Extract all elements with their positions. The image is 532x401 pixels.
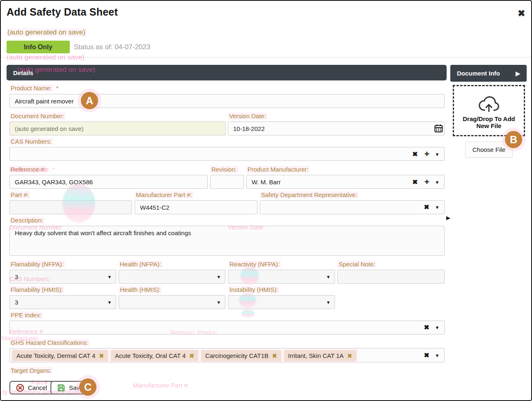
document-info-button[interactable]: Document Info ▶ <box>450 65 527 82</box>
reactivity-nfpa-select[interactable]: ▾ <box>228 270 335 284</box>
clear-icon[interactable]: ✖ <box>424 352 429 359</box>
cancel-label: Cancel <box>28 384 47 391</box>
ghost-blob <box>241 309 255 318</box>
ghost-text: Manufacturer Part #: <box>133 382 189 389</box>
ghs-tag-label: Irritant, Skin CAT 1A <box>288 352 344 359</box>
details-section-bar[interactable]: Details <box>7 65 447 80</box>
revision-label: Revision: <box>210 166 238 173</box>
description-textarea[interactable]: Heavy duty solvent that won't affect air… <box>9 226 445 256</box>
auto-generated-note: (auto generated on save) <box>7 28 86 37</box>
flamability-nfpa-label: Flamability (NFPA): <box>9 261 65 268</box>
health-nfpa-select[interactable]: ▾ <box>119 270 225 284</box>
status-label: Status as of: <box>74 43 113 51</box>
annotation-badge-a: A <box>81 92 98 109</box>
ghs-tag: Acute Toxicity, Dermal CAT 4 ✖ <box>12 350 108 361</box>
remove-tag-icon[interactable]: ✖ <box>99 353 104 359</box>
special-note-label: Special Note: <box>337 261 376 268</box>
ppe-index-label: PPE Index: <box>9 312 43 319</box>
clear-icon[interactable]: ✖ <box>412 179 417 185</box>
chevron-down-icon: ▾ <box>217 274 220 280</box>
ghs-tag-label: Carcinogenicity CAT1B <box>205 352 268 359</box>
flamability-hmis-select[interactable]: 3 ▾ <box>9 295 116 309</box>
document-number-input[interactable] <box>9 121 226 135</box>
remove-tag-icon[interactable]: ✖ <box>272 353 277 359</box>
document-number-label: Document Number: <box>9 112 65 119</box>
flamability-hmis-value: 3 <box>15 299 18 306</box>
cas-numbers-label: CAS Numbers: <box>9 138 53 145</box>
details-tab-label: Details <box>13 69 33 76</box>
chevron-down-icon: ▾ <box>108 274 111 280</box>
cancel-circle-x-icon <box>16 384 24 392</box>
chevron-down-icon[interactable]: ▾ <box>436 205 438 210</box>
chevron-down-icon[interactable]: ▾ <box>436 151 438 156</box>
health-nfpa-label: Health (NFPA): <box>119 261 163 268</box>
product-name-label: Product Name: <box>9 85 53 92</box>
version-date-input[interactable] <box>228 121 445 135</box>
part-number-input[interactable] <box>9 200 132 214</box>
special-note-input[interactable] <box>337 270 445 284</box>
cancel-button[interactable]: Cancel <box>9 381 54 394</box>
manufacturer-part-input[interactable] <box>135 200 257 214</box>
header-divider <box>1 57 531 57</box>
document-info-label: Document Info <box>457 70 500 77</box>
product-name-input[interactable] <box>9 94 445 108</box>
safety-rep-multiselect[interactable]: ✖ ▾ <box>260 200 445 214</box>
chevron-down-icon: ▾ <box>108 299 111 305</box>
add-icon[interactable]: + <box>424 149 429 158</box>
part-number-label: Part #: <box>9 191 30 198</box>
flamability-hmis-label: Flamability (HMIS): <box>9 286 64 293</box>
version-date-label: Version Date: <box>228 112 267 119</box>
cas-numbers-multiselect[interactable]: ✖ + ▾ <box>9 147 445 161</box>
calendar-icon[interactable] <box>434 124 443 133</box>
remove-tag-icon[interactable]: ✖ <box>189 353 194 359</box>
product-manufacturer-multiselect[interactable]: W. M. Barr ✖ + ▾ <box>246 175 445 189</box>
description-label: Description: <box>9 217 44 224</box>
safety-rep-label: Safety Department Representative: <box>260 191 358 198</box>
ghs-tag: Acute Toxicity, Oral CAT 4 ✖ <box>111 350 198 361</box>
reference-input[interactable] <box>9 175 208 189</box>
status-date: 04-07-2023 <box>115 43 150 51</box>
chevron-down-icon[interactable]: ▾ <box>436 353 438 358</box>
clear-icon[interactable]: ✖ <box>424 324 429 331</box>
remove-tag-icon[interactable]: ✖ <box>347 353 352 359</box>
close-icon[interactable]: ✖ <box>518 8 525 19</box>
product-manufacturer-label: Product Manufacturer: <box>246 166 310 173</box>
required-asterisk: * <box>55 85 60 92</box>
chevron-down-icon[interactable]: ▾ <box>436 325 438 330</box>
cloud-upload-icon <box>476 94 502 114</box>
ghost-text: (auto generated on save) <box>7 53 85 62</box>
status-as-of: Status as of: 04-07-2023 <box>74 43 150 51</box>
panel-arrow-icon: ▶ <box>516 70 520 77</box>
chevron-down-icon: ▾ <box>217 299 220 305</box>
ghs-multiselect[interactable]: Acute Toxicity, Dermal CAT 4 ✖ Acute Tox… <box>9 348 445 362</box>
ghs-tag: Irritant, Skin CAT 1A ✖ <box>284 350 356 361</box>
revision-input[interactable] <box>210 175 244 189</box>
expand-arrow-icon[interactable]: ▶ <box>446 215 450 221</box>
health-hmis-label: Health (HMIS): <box>119 286 162 293</box>
annotation-badge-b: B <box>505 131 522 148</box>
manufacturer-part-label: Manufacturer Part #: <box>135 191 193 198</box>
add-icon[interactable]: + <box>424 177 429 186</box>
product-manufacturer-value: W. M. Barr <box>252 179 281 186</box>
instability-hmis-label: Instability (HMIS): <box>228 286 279 293</box>
reference-label: Reference #: <box>9 166 47 173</box>
ghs-tag-label: Acute Toxicity, Dermal CAT 4 <box>16 352 95 359</box>
health-hmis-select[interactable]: ▾ <box>119 295 225 309</box>
clear-icon[interactable]: ✖ <box>412 151 417 157</box>
product-name-label-row: Product Name: * <box>9 85 60 92</box>
chevron-down-icon[interactable]: ▾ <box>436 179 438 184</box>
ghs-tag-list: Acute Toxicity, Dermal CAT 4 ✖ Acute Tox… <box>10 348 444 363</box>
flamability-nfpa-select[interactable]: 3 ▾ <box>9 270 116 284</box>
annotation-badge-c: C <box>79 378 96 396</box>
choose-file-button[interactable]: Choose File <box>465 142 513 158</box>
ppe-index-multiselect[interactable]: ✖ ▾ <box>9 321 445 335</box>
add-sds-modal: Add Safety Data Sheet ✖ (auto generated … <box>0 0 532 401</box>
clear-icon[interactable]: ✖ <box>424 204 429 211</box>
file-dropzone[interactable]: Drag/Drop To Add New File <box>453 85 525 136</box>
status-badge: Info Only <box>7 41 70 53</box>
chevron-down-icon: ▾ <box>327 299 330 305</box>
ghs-label: GHS Hazard Classifications: <box>9 339 89 346</box>
reactivity-nfpa-label: Reactivity (NFPA): <box>228 261 281 268</box>
instability-hmis-select[interactable]: ▾ <box>228 295 335 309</box>
page-title: Add Safety Data Sheet <box>7 6 118 18</box>
